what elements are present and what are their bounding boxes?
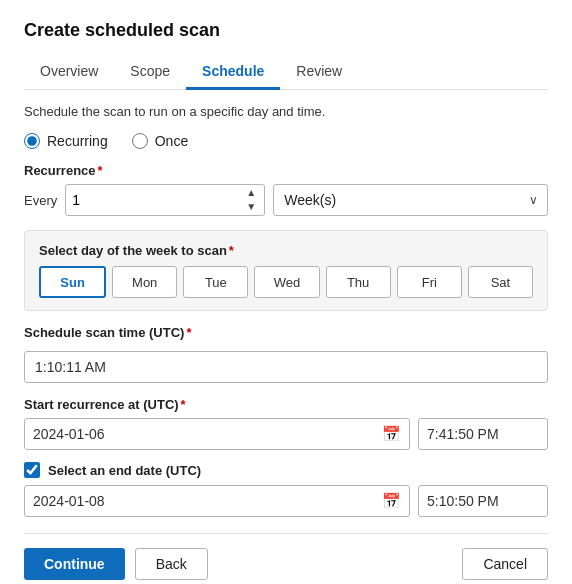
start-time-input[interactable] [418, 418, 548, 450]
spin-up-button[interactable]: ▲ [244, 186, 258, 200]
recurring-radio-label[interactable]: Recurring [24, 133, 108, 149]
footer-left-buttons: Continue Back [24, 548, 208, 580]
once-radio[interactable] [132, 133, 148, 149]
back-button[interactable]: Back [135, 548, 208, 580]
day-fri-button[interactable]: Fri [397, 266, 462, 298]
end-date-checkbox[interactable] [24, 462, 40, 478]
end-time-input[interactable] [418, 485, 548, 517]
footer: Continue Back Cancel [24, 533, 548, 580]
start-calendar-icon[interactable]: 📅 [382, 425, 401, 443]
recurrence-type-group: Recurring Once [24, 133, 548, 149]
scan-time-input[interactable] [24, 351, 548, 383]
end-date-wrapper[interactable]: 2024-01-08 📅 [24, 485, 410, 517]
day-of-week-panel: Select day of the week to scan* Sun Mon … [24, 230, 548, 311]
continue-button[interactable]: Continue [24, 548, 125, 580]
recurrence-label: Recurrence* [24, 163, 548, 178]
every-number-input[interactable] [72, 192, 240, 208]
day-thu-button[interactable]: Thu [326, 266, 391, 298]
day-wed-button[interactable]: Wed [254, 266, 319, 298]
end-date-text: 2024-01-08 [33, 493, 376, 509]
spin-down-button[interactable]: ▼ [244, 200, 258, 214]
tab-overview[interactable]: Overview [24, 57, 114, 90]
cancel-button[interactable]: Cancel [462, 548, 548, 580]
day-mon-button[interactable]: Mon [112, 266, 177, 298]
start-recurrence-section: Start recurrence at (UTC)* 2024-01-06 📅 [24, 397, 548, 450]
day-tue-button[interactable]: Tue [183, 266, 248, 298]
recurring-radio[interactable] [24, 133, 40, 149]
once-label: Once [155, 133, 188, 149]
start-date-time-row: 2024-01-06 📅 [24, 418, 548, 450]
end-date-checkbox-row: Select an end date (UTC) [24, 462, 548, 478]
end-calendar-icon[interactable]: 📅 [382, 492, 401, 510]
tab-schedule[interactable]: Schedule [186, 57, 280, 90]
end-date-time-row: 2024-01-08 📅 [24, 485, 548, 517]
day-sat-button[interactable]: Sat [468, 266, 533, 298]
start-recurrence-label: Start recurrence at (UTC)* [24, 397, 548, 412]
every-row: Every ▲ ▼ Week(s) Day(s) Month(s) ∨ [24, 184, 548, 216]
subtitle-text: Schedule the scan to run on a specific d… [24, 104, 548, 119]
day-of-week-label: Select day of the week to scan* [39, 243, 533, 258]
start-date-wrapper[interactable]: 2024-01-06 📅 [24, 418, 410, 450]
tab-scope[interactable]: Scope [114, 57, 186, 90]
every-number-wrapper[interactable]: ▲ ▼ [65, 184, 265, 216]
scan-time-section: Schedule scan time (UTC)* [24, 325, 548, 383]
tab-review[interactable]: Review [280, 57, 358, 90]
day-sun-button[interactable]: Sun [39, 266, 106, 298]
tabs-bar: Overview Scope Schedule Review [24, 57, 548, 90]
period-select[interactable]: Week(s) Day(s) Month(s) [273, 184, 548, 216]
required-star: * [98, 163, 103, 178]
scan-time-label: Schedule scan time (UTC)* [24, 325, 548, 340]
every-label: Every [24, 193, 57, 208]
period-select-wrapper: Week(s) Day(s) Month(s) ∨ [273, 184, 548, 216]
once-radio-label[interactable]: Once [132, 133, 188, 149]
spin-buttons: ▲ ▼ [244, 186, 258, 214]
start-date-text: 2024-01-06 [33, 426, 376, 442]
end-date-section: Select an end date (UTC) 2024-01-08 📅 [24, 462, 548, 517]
recurring-label: Recurring [47, 133, 108, 149]
day-buttons-group: Sun Mon Tue Wed Thu Fri Sat [39, 266, 533, 298]
end-date-checkbox-label[interactable]: Select an end date (UTC) [48, 463, 201, 478]
page-title: Create scheduled scan [24, 20, 548, 41]
